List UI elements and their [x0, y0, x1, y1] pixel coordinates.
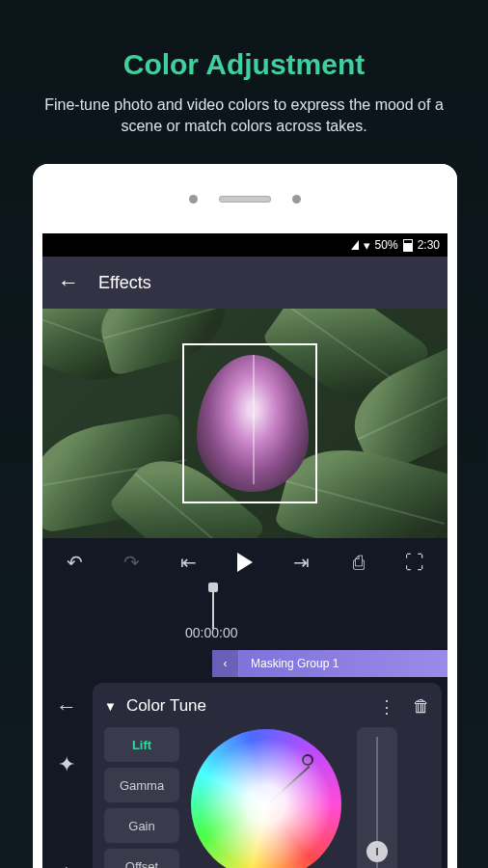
- wifi-icon: ▾: [364, 238, 370, 253]
- skip-end-button[interactable]: ⇥: [285, 551, 319, 574]
- phone-bezel-top: [33, 164, 457, 233]
- promo-subtitle: Fine-tune photo and video colors to expr…: [0, 81, 488, 138]
- tab-lift[interactable]: Lift: [104, 727, 179, 762]
- header-title: Effects: [98, 273, 151, 293]
- timeline[interactable]: 00:00:00 ‹ Masking Group 1: [42, 586, 447, 677]
- delete-button[interactable]: 🗑: [413, 696, 430, 718]
- timeline-track[interactable]: ‹ Masking Group 1: [212, 650, 447, 677]
- app-header: ← Effects: [42, 257, 447, 309]
- color-tune-tabs: Lift Gamma Gain Offset: [104, 727, 179, 868]
- signal-icon: [351, 240, 359, 250]
- color-wheel-indicator-line: [265, 766, 310, 805]
- effects-panel: ← ✦ ⌇ ▼ Color Tune ⋮ 🗑 Lift Gamma Gai: [42, 677, 447, 868]
- fullscreen-button[interactable]: ⛶: [397, 552, 432, 574]
- track-name: Masking Group 1: [239, 657, 339, 670]
- tab-gamma[interactable]: Gamma: [104, 768, 179, 802]
- bookmark-button[interactable]: ⎙: [341, 552, 376, 574]
- phone-frame: ▾ 50% 2:30 ← Effects ↶ ↷ ⇤ ⇥ ⎙: [33, 164, 457, 868]
- luminance-slider[interactable]: [357, 727, 397, 868]
- playhead-line: [212, 586, 214, 629]
- skip-start-button[interactable]: ⇤: [171, 551, 205, 574]
- slider-handle[interactable]: [366, 841, 388, 862]
- tab-gain[interactable]: Gain: [104, 808, 179, 843]
- keyframe-button[interactable]: ✦: [58, 752, 75, 777]
- more-options-button[interactable]: ⋮: [378, 696, 395, 718]
- phone-camera-icon: [189, 195, 198, 203]
- curve-button[interactable]: ⌇: [62, 864, 72, 868]
- phone-speaker-icon: [219, 196, 271, 203]
- color-wheel-handle[interactable]: [302, 754, 313, 766]
- play-button[interactable]: [228, 553, 262, 572]
- video-preview[interactable]: [42, 309, 447, 538]
- color-wheel[interactable]: [191, 729, 341, 868]
- track-collapse-button[interactable]: ‹: [212, 650, 239, 677]
- dropdown-icon: ▼: [104, 699, 117, 714]
- selection-box[interactable]: [182, 343, 317, 503]
- redo-button[interactable]: ↷: [114, 551, 149, 574]
- undo-button[interactable]: ↶: [57, 551, 92, 574]
- panel-side-column: ← ✦ ⌇: [42, 677, 91, 868]
- tab-offset[interactable]: Offset: [104, 849, 179, 868]
- play-icon: [237, 553, 253, 572]
- status-bar: ▾ 50% 2:30: [42, 233, 447, 257]
- color-tune-card: ▼ Color Tune ⋮ 🗑 Lift Gamma Gain Offset: [93, 683, 442, 868]
- panel-back-button[interactable]: ←: [56, 694, 77, 719]
- promo-title: Color Adjustment: [0, 0, 488, 81]
- timecode: 00:00:00: [185, 625, 238, 640]
- playback-toolbar: ↶ ↷ ⇤ ⇥ ⎙ ⛶: [42, 538, 447, 586]
- battery-percent: 50%: [375, 238, 398, 252]
- battery-icon: [403, 239, 413, 252]
- card-title: Color Tune: [126, 696, 206, 716]
- back-arrow-icon[interactable]: ←: [58, 270, 79, 295]
- clock: 2:30: [418, 238, 440, 252]
- screen: ▾ 50% 2:30 ← Effects ↶ ↷ ⇤ ⇥ ⎙: [42, 233, 447, 868]
- phone-sensor-icon: [292, 195, 301, 203]
